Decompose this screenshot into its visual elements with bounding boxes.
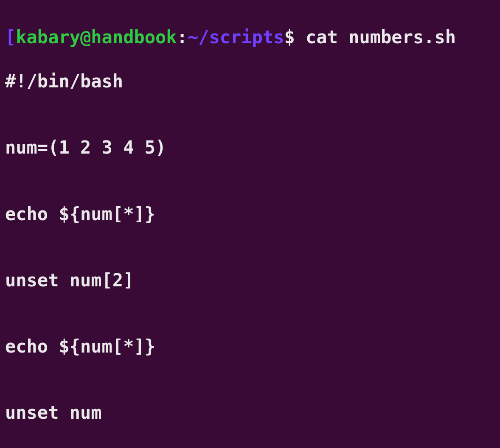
prompt-bracket: [ — [5, 27, 16, 48]
prompt-line-1: [kabary@handbook:~/scripts$ cat numbers.… — [5, 26, 495, 48]
command-cat[interactable]: cat numbers.sh — [306, 27, 456, 48]
prompt-path: ~/scripts — [188, 27, 284, 48]
script-line-5: echo ${num[*]} — [5, 203, 495, 225]
script-line-1: #!/bin/bash — [5, 70, 495, 92]
script-line-3: num=(1 2 3 4 5) — [5, 137, 495, 159]
script-line-9: echo ${num[*]} — [5, 336, 495, 358]
prompt-user: kabary — [16, 27, 80, 48]
prompt-host: handbook — [91, 27, 177, 48]
prompt-dollar: $ — [284, 27, 295, 48]
terminal[interactable]: [kabary@handbook:~/scripts$ cat numbers.… — [0, 0, 500, 448]
script-line-11: unset num — [5, 402, 495, 424]
script-line-7: unset num[2] — [5, 269, 495, 291]
prompt-colon: : — [177, 27, 188, 48]
prompt-at: @ — [80, 27, 91, 48]
